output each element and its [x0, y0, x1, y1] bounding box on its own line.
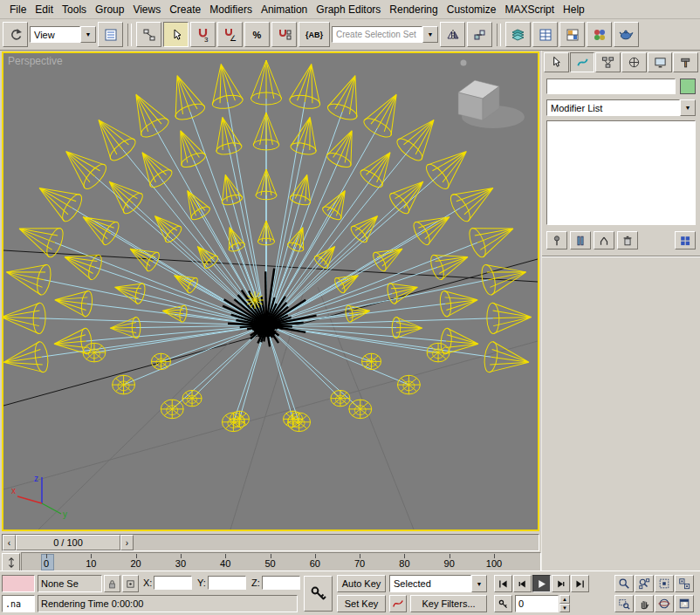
utilities-tab[interactable]: [673, 52, 698, 72]
mini-listener-field[interactable]: .na: [2, 595, 35, 612]
select-cursor-icon: [169, 28, 183, 42]
reference-coordsys-dropdown[interactable]: View ▼: [30, 26, 96, 43]
modifier-list-dropdown[interactable]: Modifier List ▼: [546, 99, 696, 116]
menu-customize[interactable]: Customize: [443, 1, 501, 18]
schematic-view-button[interactable]: [532, 22, 558, 47]
next-frame-icon: [555, 578, 566, 590]
arc-rotate-icon: [658, 598, 670, 610]
time-slider-track[interactable]: ‹ 0 / 100 ›: [2, 534, 539, 551]
previous-frame-button[interactable]: [513, 575, 532, 592]
configure-modifier-sets-button[interactable]: [675, 231, 696, 249]
select-by-name-button[interactable]: [98, 22, 123, 47]
selection-lock-button[interactable]: [104, 575, 120, 592]
render-scene-button[interactable]: [614, 22, 639, 47]
zoom-all-button[interactable]: [635, 575, 654, 592]
go-to-end-button[interactable]: [571, 575, 589, 592]
menu-views[interactable]: Views: [128, 1, 165, 18]
set-keys-button[interactable]: [304, 576, 333, 612]
y-coord-field[interactable]: [208, 576, 246, 590]
z-coord-field[interactable]: [262, 576, 300, 590]
menu-animation[interactable]: Animation: [257, 1, 312, 18]
angle-snap-button[interactable]: ∠: [217, 22, 243, 47]
field-of-view-button[interactable]: [614, 595, 634, 612]
menu-file[interactable]: File: [5, 1, 31, 18]
chevron-down-icon[interactable]: ▼: [80, 26, 96, 43]
go-to-start-button[interactable]: [494, 575, 512, 592]
viewport-scene[interactable]: [3, 53, 538, 530]
align-button[interactable]: [467, 22, 492, 47]
absolute-offset-toggle[interactable]: [122, 575, 139, 592]
zoom-extents-button[interactable]: [655, 575, 674, 592]
chevron-down-icon[interactable]: ▼: [680, 99, 696, 116]
modify-icon: [576, 56, 589, 69]
menu-rendering[interactable]: Rendering: [385, 1, 442, 18]
time-slider-handle[interactable]: 0 / 100: [16, 535, 120, 550]
mirror-button[interactable]: [440, 22, 465, 47]
key-filters-button[interactable]: Key Filters...: [410, 595, 487, 612]
open-mini-curve-editor-button[interactable]: [2, 553, 20, 571]
key-mode-toggle-button[interactable]: [494, 595, 512, 612]
make-unique-button[interactable]: [594, 231, 614, 249]
zoom-button[interactable]: [614, 575, 634, 592]
spinner-snap-button[interactable]: [271, 22, 297, 47]
object-name-field[interactable]: [546, 79, 676, 94]
undo-button[interactable]: [3, 22, 28, 47]
display-tab[interactable]: [648, 52, 673, 72]
spinner-up-icon[interactable]: ▲: [559, 595, 570, 604]
current-frame-field[interactable]: 0: [515, 595, 559, 612]
menu-tools[interactable]: Tools: [58, 1, 91, 18]
curve-editor-button[interactable]: [505, 22, 531, 47]
key-filter-dropdown[interactable]: Selected ▼: [389, 575, 487, 592]
select-and-link-button[interactable]: [136, 22, 161, 47]
create-tab[interactable]: [544, 52, 569, 72]
modifier-stack-list[interactable]: [546, 120, 696, 225]
menu-maxscript[interactable]: MAXScript: [500, 1, 559, 18]
layer-manager-button[interactable]: [559, 22, 585, 47]
x-coord-field[interactable]: [154, 576, 192, 590]
viewport-label[interactable]: Perspective: [8, 55, 63, 67]
menu-help[interactable]: Help: [559, 1, 589, 18]
pan-button[interactable]: [635, 595, 654, 612]
arc-rotate-button[interactable]: [655, 595, 674, 612]
angle-snap-icon: ∠: [223, 27, 238, 43]
menu-group[interactable]: Group: [91, 1, 128, 18]
named-selection-set-dropdown[interactable]: Create Selection Set ▼: [332, 26, 438, 43]
hierarchy-tab[interactable]: [595, 52, 621, 72]
menu-create[interactable]: Create: [165, 1, 205, 18]
ruler-tick-label: 40: [220, 558, 230, 569]
menu-modifiers[interactable]: Modifiers: [205, 1, 257, 18]
motion-wheel-icon: [628, 56, 641, 69]
play-animation-button[interactable]: [532, 575, 551, 592]
default-tangent-button[interactable]: [389, 595, 407, 612]
percent-snap-button[interactable]: %: [244, 22, 270, 47]
modify-tab[interactable]: [570, 52, 595, 72]
select-object-button[interactable]: [163, 22, 189, 47]
edit-named-selections-button[interactable]: {AB}: [299, 22, 330, 47]
next-frame-arrow[interactable]: ›: [120, 535, 134, 550]
perspective-viewport[interactable]: Perspective z x y: [2, 51, 539, 531]
auto-key-button[interactable]: Auto Key: [337, 575, 386, 592]
show-end-result-button[interactable]: [570, 231, 591, 249]
min-max-toggle-button[interactable]: [675, 595, 694, 612]
next-frame-button[interactable]: [552, 575, 570, 592]
set-key-button[interactable]: Set Key: [337, 595, 386, 612]
object-color-swatch[interactable]: [680, 79, 696, 94]
pin-stack-button[interactable]: [546, 231, 567, 249]
previous-frame-arrow[interactable]: ‹: [3, 535, 16, 550]
remove-modifier-button[interactable]: [617, 231, 638, 249]
track-bar-row: 0102030405060708090100: [0, 552, 541, 571]
chevron-down-icon[interactable]: ▼: [422, 26, 438, 43]
macro-recorder-field[interactable]: [2, 575, 35, 592]
material-editor-button[interactable]: [587, 22, 612, 47]
snap-toggle-3d-button[interactable]: 3: [190, 22, 216, 47]
chevron-down-icon[interactable]: ▼: [471, 575, 487, 592]
track-ruler[interactable]: 0102030405060708090100: [21, 552, 541, 571]
menu-edit[interactable]: Edit: [31, 1, 58, 18]
menu-graph-editors[interactable]: Graph Editors: [312, 1, 385, 18]
motion-tab[interactable]: [621, 52, 647, 72]
zoom-extents-all-button[interactable]: [675, 575, 694, 592]
layer-manager-icon: [566, 28, 580, 42]
utilities-hammer-icon: [679, 56, 692, 69]
spinner-down-icon[interactable]: ▼: [559, 604, 570, 612]
frame-spinner[interactable]: ▲ ▼: [559, 595, 570, 612]
